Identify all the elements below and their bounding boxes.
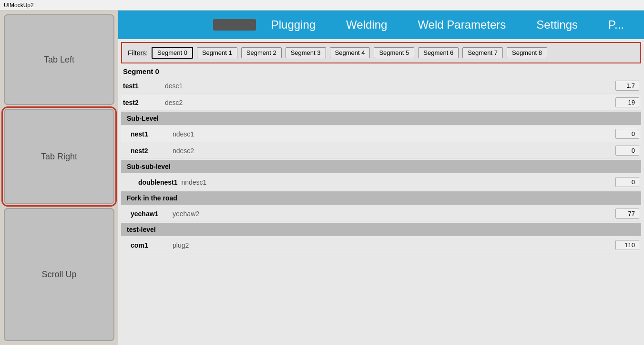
row-name: yeehaw1 (131, 210, 169, 218)
sub-level-header: Sub-Level (121, 112, 641, 125)
row-name: test1 (123, 82, 161, 90)
filter-segment-3[interactable]: Segment 3 (286, 47, 326, 58)
row-desc: ndesc1 (173, 130, 615, 138)
sub-sub-level-header: Sub-sub-level (121, 160, 641, 173)
filter-segment-5[interactable]: Segment 5 (374, 47, 414, 58)
filter-segment-2[interactable]: Segment 2 (241, 47, 282, 58)
nav-item-more[interactable]: P... (593, 18, 639, 31)
row-desc: yeehaw2 (173, 210, 615, 218)
table-row: test1 desc1 1.7 (121, 78, 641, 94)
table-row: com1 plug2 110 (121, 237, 641, 253)
filters-bar: Filters: Segment 0 Segment 1 Segment 2 S… (121, 42, 641, 63)
row-desc: plug2 (173, 241, 615, 249)
table-row: nest2 ndesc2 0 (121, 143, 641, 159)
filter-segment-0[interactable]: Segment 0 (152, 47, 193, 59)
filter-segment-8[interactable]: Segment 8 (507, 47, 547, 58)
row-name: nest2 (131, 147, 169, 155)
tab-right-button[interactable]: Tab Right (4, 109, 114, 204)
nav-item-plugging[interactable]: Plugging (256, 18, 331, 31)
filter-segment-4[interactable]: Segment 4 (330, 47, 370, 58)
filter-segment-7[interactable]: Segment 7 (462, 47, 503, 58)
nav-item-welding[interactable]: Welding (331, 18, 402, 31)
row-desc: desc2 (165, 99, 615, 106)
row-value: 19 (615, 97, 639, 107)
row-value: 1.7 (615, 81, 639, 91)
table-row: test2 desc2 19 (121, 94, 641, 111)
nav-item-settings[interactable]: Settings (521, 18, 593, 31)
row-value: 0 (615, 146, 639, 156)
nav-item-weld-parameters[interactable]: Weld Parameters (402, 18, 521, 31)
main-scroll-content: Segment 0 test1 desc1 1.7 test2 desc2 19… (118, 63, 644, 345)
test-level-header: test-level (121, 223, 641, 236)
row-desc: ndesc2 (173, 147, 615, 155)
table-row: nest1 ndesc1 0 (121, 126, 641, 142)
row-name: com1 (131, 241, 169, 249)
row-name: nest1 (131, 130, 169, 138)
top-nav: Plugging Welding Weld Parameters Setting… (118, 10, 644, 39)
tab-left-button[interactable]: Tab Left (4, 14, 114, 105)
row-value: 110 (615, 240, 639, 250)
row-value: 0 (615, 177, 639, 187)
sidebar: Tab Left Tab Right Scroll Up (0, 10, 118, 345)
table-row: yeehaw1 yeehaw2 77 (121, 206, 641, 222)
nav-extra-widget (213, 19, 256, 31)
content-area: Plugging Welding Weld Parameters Setting… (118, 10, 644, 345)
filter-segment-1[interactable]: Segment 1 (197, 47, 237, 58)
scroll-up-button[interactable]: Scroll Up (4, 208, 114, 341)
filters-label: Filters: (128, 49, 148, 57)
row-desc: nndesc1 (181, 178, 615, 186)
row-value: 77 (615, 209, 639, 219)
fork-road-header: Fork in the road (121, 191, 641, 205)
app-title: UIMockUp2 (4, 2, 34, 9)
row-name: doublenest1 (138, 178, 177, 186)
filter-segment-6[interactable]: Segment 6 (418, 47, 459, 58)
row-name: test2 (123, 99, 161, 106)
table-row: doublenest1 nndesc1 0 (121, 174, 641, 190)
segment-0-header: Segment 0 (121, 63, 641, 77)
row-value: 0 (615, 129, 639, 139)
row-desc: desc1 (165, 82, 615, 90)
